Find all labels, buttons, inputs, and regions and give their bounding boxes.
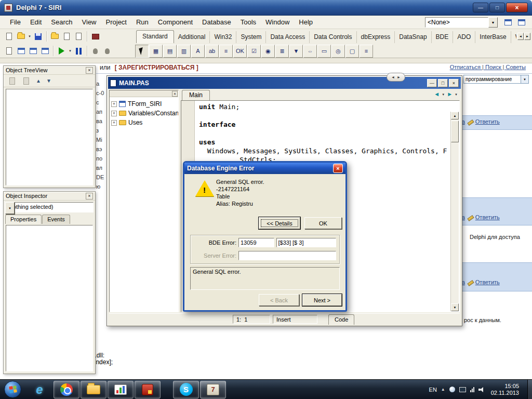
pointer-button[interactable] [135, 45, 149, 58]
reply-link[interactable]: Ответить [475, 214, 500, 220]
network-icon[interactable] [470, 387, 474, 392]
save-button[interactable] [32, 31, 44, 42]
expand-icon[interactable]: + [111, 101, 117, 107]
help-contents-button[interactable] [89, 31, 101, 42]
palette-tab[interactable]: dbExpress [357, 31, 395, 43]
volume-icon[interactable] [478, 387, 485, 392]
run-button[interactable] [56, 45, 68, 57]
back-button[interactable]: < Back [259, 294, 299, 306]
menu-item[interactable]: Component [153, 16, 197, 29]
open-project-button[interactable] [49, 31, 61, 42]
menu-item[interactable]: Edit [25, 16, 46, 29]
menu-item[interactable]: Tools [236, 16, 261, 29]
palette-tab[interactable]: BDE [432, 31, 454, 43]
component-icon[interactable]: ▤ [163, 45, 177, 58]
menu-item[interactable]: Run [131, 16, 153, 29]
new-form-button[interactable] [39, 45, 51, 57]
component-icon[interactable]: ◉ [261, 45, 275, 58]
inspector-tab[interactable]: Events [42, 215, 70, 224]
add-file-to-project-button[interactable] [61, 31, 73, 42]
component-icon[interactable]: OK [233, 45, 247, 58]
editor-maximize-button[interactable]: □ [438, 79, 448, 87]
debug-desktop-button[interactable] [515, 17, 528, 28]
next-button[interactable]: Next > [302, 294, 342, 306]
taskbar-item-delphi[interactable]: 7 [200, 381, 226, 398]
top-link[interactable]: Поиск [481, 64, 501, 70]
treeview-delete-item-button[interactable] [20, 75, 32, 87]
dialog-close-button[interactable]: × [333, 164, 343, 173]
palette-tab[interactable]: Standard [136, 30, 174, 43]
taskbar-item-explorer[interactable] [81, 381, 107, 398]
view-unit-button[interactable] [3, 45, 15, 57]
palette-tab[interactable]: Additional [174, 31, 210, 43]
bde-error-code-field[interactable]: [$33] [$ 3] [276, 238, 336, 247]
step-over-button[interactable] [101, 45, 113, 57]
maximize-button[interactable]: □ [489, 3, 505, 12]
component-icon[interactable]: ◎ [331, 45, 345, 58]
taskbar-item-skype[interactable]: S [173, 381, 199, 398]
palette-tab[interactable]: Data Controls [310, 31, 356, 43]
menu-item[interactable]: File [5, 16, 25, 29]
ok-button[interactable]: OK [304, 217, 342, 229]
object-selector-dropdown-icon[interactable]: ▼ [5, 202, 15, 214]
pause-button[interactable] [73, 45, 85, 57]
menu-item[interactable]: Help [294, 16, 317, 29]
component-icon[interactable]: ≡ [360, 45, 373, 58]
start-button[interactable] [4, 381, 21, 398]
error-memo[interactable]: General SQL error. [190, 267, 340, 290]
object-treeview-list[interactable] [6, 89, 93, 185]
action-center-icon[interactable] [449, 387, 455, 392]
reply-link[interactable]: Ответить [475, 118, 500, 125]
scroll-down-icon[interactable]: ▼ [451, 303, 459, 311]
taskbar-item-red-app[interactable] [135, 381, 161, 398]
component-icon[interactable]: ≡ [219, 45, 233, 58]
component-icon[interactable]: ab [205, 45, 219, 58]
palette-tab[interactable]: Win32 [210, 31, 236, 43]
bde-error-value-field[interactable]: 13059 [238, 238, 274, 247]
code-view-tab[interactable]: Code [328, 314, 354, 325]
browse-back-dropdown-icon[interactable]: ▼ [441, 92, 445, 97]
close-icon[interactable]: × [86, 193, 93, 200]
palette-tab[interactable]: InterBase [475, 31, 511, 43]
component-icon[interactable]: ▥ [177, 45, 191, 58]
editor-close-button[interactable]: × [449, 79, 459, 87]
scroll-up-icon[interactable]: ▲ [451, 112, 459, 119]
clock[interactable]: 15:05 02.11.2013 [491, 383, 519, 396]
taskbar-item-chrome[interactable] [54, 381, 79, 398]
component-icon[interactable]: A [191, 45, 205, 58]
show-desktop-button[interactable] [527, 380, 532, 399]
taskbar-item-graphics-app[interactable] [108, 381, 134, 398]
object-selector-value[interactable]: (nothing selected) [5, 202, 94, 212]
register-link[interactable]: [ ЗАРЕГИСТРИРОВАТЬСЯ ] [115, 64, 198, 71]
expand-icon[interactable]: + [111, 120, 117, 126]
remove-file-from-project-button[interactable] [73, 31, 85, 42]
scrollbar-thumb[interactable] [451, 121, 459, 142]
display-tray-icon[interactable] [459, 387, 466, 392]
category-dropdown[interactable]: программирование ▼ [463, 75, 529, 84]
inspector-property-grid[interactable] [6, 225, 93, 371]
top-link[interactable]: Советы [501, 64, 526, 70]
move-up-icon[interactable]: ▲ [34, 78, 43, 84]
component-icon[interactable]: ▦ [149, 45, 163, 58]
save-desktop-button[interactable] [502, 17, 514, 28]
trace-into-button[interactable] [89, 45, 101, 57]
component-icon[interactable]: ⇔ [303, 45, 317, 58]
desktop-combo-dropdown-icon[interactable]: ▼ [488, 17, 498, 28]
tree-item[interactable]: + Uses [111, 118, 178, 127]
top-link[interactable]: Отписаться [450, 64, 481, 70]
palette-tab[interactable]: DataSnap [395, 31, 431, 43]
open-dropdown-icon[interactable]: ▼ [27, 35, 32, 38]
desktop-combo-value[interactable]: <None> [425, 17, 488, 28]
palette-tab[interactable]: System [236, 31, 266, 43]
component-icon[interactable]: ≣ [275, 45, 289, 58]
new-items-button[interactable] [3, 31, 15, 42]
menu-item[interactable]: Window [261, 16, 294, 29]
view-form-button[interactable] [15, 45, 27, 57]
component-icon[interactable]: ☑ [247, 45, 261, 58]
expand-icon[interactable]: + [111, 111, 117, 116]
component-icon[interactable]: ▼ [289, 45, 303, 58]
tree-item[interactable]: + TForm_SIRI [111, 99, 178, 109]
reply-link[interactable]: Ответить [475, 279, 500, 285]
menu-item[interactable]: View [77, 16, 101, 29]
tray-expand-icon[interactable]: ▲ [441, 387, 445, 392]
